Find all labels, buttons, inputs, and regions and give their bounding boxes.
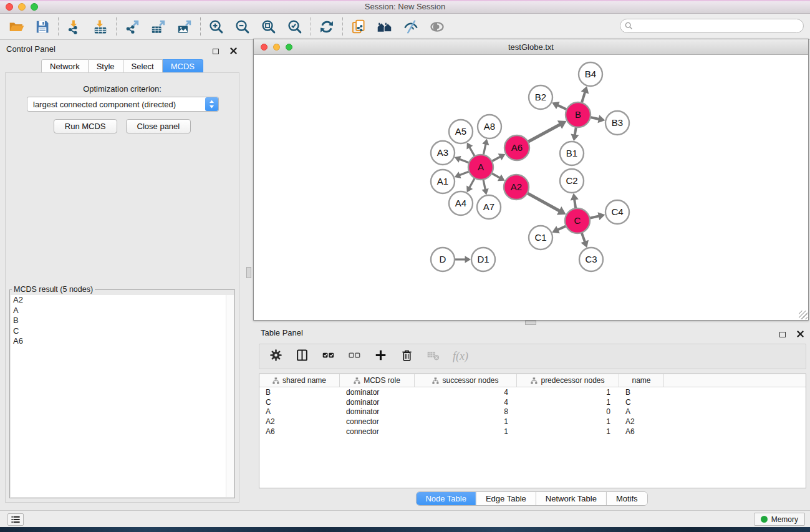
graph-node-A8[interactable]: A8 <box>478 115 501 138</box>
tab-edge-table[interactable]: Edge Table <box>476 492 536 505</box>
export-image-button[interactable] <box>176 18 193 36</box>
network-zoom-button[interactable] <box>286 44 292 51</box>
cell[interactable]: A <box>619 407 664 416</box>
graph-node-B4[interactable]: B4 <box>579 62 602 86</box>
cell[interactable]: 1 <box>517 398 619 407</box>
tab-network[interactable]: Network <box>41 59 89 74</box>
table-row-a[interactable]: Adominator80A <box>259 407 806 417</box>
graph-node-D1[interactable]: D1 <box>471 248 495 271</box>
cell[interactable]: A6 <box>619 427 664 436</box>
float-panel-icon[interactable] <box>213 49 219 54</box>
close-panel-button[interactable]: Close panel <box>126 119 191 133</box>
network-graph[interactable]: B4B2BB3B1A5A8A6A3AA1A2C2A4A7C4CC1C3DD1 <box>254 55 808 320</box>
graph-node-A3[interactable]: A3 <box>431 141 455 165</box>
graph-node-A1[interactable]: A1 <box>431 170 455 193</box>
cell[interactable]: dominator <box>340 398 415 407</box>
cell[interactable]: 4 <box>415 398 517 407</box>
graph-node-B1[interactable]: B1 <box>560 142 584 165</box>
result-item-c[interactable]: C <box>11 326 234 337</box>
column-header-name[interactable]: name <box>619 374 664 387</box>
result-item-a6[interactable]: A6 <box>11 336 234 347</box>
cell[interactable]: 1 <box>415 417 517 426</box>
graph-node-C3[interactable]: C3 <box>579 248 603 271</box>
hide-graphics-details-button[interactable] <box>402 18 420 36</box>
tab-select[interactable]: Select <box>123 59 163 74</box>
cell[interactable]: A <box>259 407 340 416</box>
table-row-b[interactable]: Bdominator41B <box>259 387 806 397</box>
table-row-a2[interactable]: A2connector11A2 <box>259 417 806 427</box>
close-table-panel-icon[interactable] <box>797 329 804 340</box>
show-all-networks-button[interactable] <box>376 18 393 36</box>
save-session-button[interactable] <box>34 18 51 36</box>
criterion-select[interactable]: largest connected component (directed) <box>27 97 219 112</box>
split-table-button[interactable] <box>296 349 309 364</box>
window-resize-grip[interactable] <box>799 311 808 319</box>
cell[interactable]: C <box>259 398 340 407</box>
refresh-view-button[interactable] <box>318 18 335 36</box>
tab-mcds[interactable]: MCDS <box>163 59 203 74</box>
graph-node-A6[interactable]: A6 <box>504 135 529 160</box>
cell[interactable]: connector <box>340 427 415 436</box>
graph-node-A2[interactable]: A2 <box>504 175 529 200</box>
result-item-a2[interactable]: A2 <box>11 295 234 306</box>
graph-node-B3[interactable]: B3 <box>605 111 629 135</box>
cell[interactable]: 1 <box>517 417 619 426</box>
graph-node-A7[interactable]: A7 <box>477 195 501 219</box>
column-header-successor-nodes[interactable]: successor nodes <box>415 374 517 387</box>
graph-node-A[interactable]: A <box>468 155 493 180</box>
column-header-predecessor-nodes[interactable]: predecessor nodes <box>517 374 619 387</box>
cell[interactable]: dominator <box>340 407 415 416</box>
graph-node-B[interactable]: B <box>566 102 591 127</box>
import-table-button[interactable] <box>92 18 109 36</box>
cell[interactable]: C <box>619 398 664 407</box>
float-table-panel-icon[interactable] <box>779 332 786 337</box>
result-item-b[interactable]: B <box>11 316 234 326</box>
export-network-button[interactable] <box>123 18 141 36</box>
delete-column-button[interactable] <box>400 349 413 364</box>
graph-node-A4[interactable]: A4 <box>449 191 473 215</box>
column-header-shared-name[interactable]: shared name <box>259 374 340 387</box>
cell[interactable]: B <box>619 388 664 397</box>
cell[interactable]: dominator <box>340 388 415 397</box>
graph-node-B2[interactable]: B2 <box>529 85 552 109</box>
search-input[interactable] <box>633 22 803 31</box>
column-settings-button[interactable] <box>269 349 282 364</box>
cell[interactable]: 1 <box>517 427 619 436</box>
cell[interactable]: A2 <box>619 417 664 426</box>
zoom-window-button[interactable] <box>31 3 38 11</box>
zoom-selected-button[interactable] <box>286 18 304 36</box>
tab-style[interactable]: Style <box>89 59 123 74</box>
zoom-fit-button[interactable] <box>260 18 277 36</box>
zoom-in-button[interactable] <box>208 18 225 36</box>
cell[interactable]: 0 <box>517 407 619 416</box>
tab-motifs[interactable]: Motifs <box>606 492 647 505</box>
open-session-button[interactable] <box>7 18 25 36</box>
graph-node-C2[interactable]: C2 <box>560 169 584 193</box>
network-minimize-button[interactable] <box>273 44 280 51</box>
close-panel-icon[interactable] <box>230 46 237 57</box>
graph-node-C1[interactable]: C1 <box>529 226 552 249</box>
table-row-a6[interactable]: A6connector11A6 <box>259 427 806 437</box>
graph-node-D[interactable]: D <box>431 248 455 271</box>
cell[interactable]: connector <box>340 417 415 426</box>
memory-button[interactable]: Memory <box>754 513 805 526</box>
close-window-button[interactable] <box>6 3 13 11</box>
add-column-button[interactable] <box>374 349 387 364</box>
select-all-button[interactable] <box>322 349 335 364</box>
cell[interactable]: 4 <box>415 388 517 397</box>
table-row-c[interactable]: Cdominator41C <box>259 397 806 407</box>
network-close-button[interactable] <box>261 44 268 51</box>
result-list-scrollbar[interactable] <box>226 295 234 497</box>
graph-node-C4[interactable]: C4 <box>605 200 629 224</box>
graph-node-A5[interactable]: A5 <box>449 120 473 143</box>
column-header-MCDS-role[interactable]: MCDS role <box>340 374 415 387</box>
import-network-button[interactable] <box>65 18 83 36</box>
minimize-window-button[interactable] <box>18 3 26 11</box>
duplicate-network-button[interactable] <box>350 18 367 36</box>
cell[interactable]: 1 <box>517 388 619 397</box>
function-builder-button[interactable]: f(x) <box>453 350 468 363</box>
cell[interactable]: A6 <box>259 427 340 436</box>
graph-node-C[interactable]: C <box>565 208 590 233</box>
tab-node-table[interactable]: Node Table <box>416 492 476 505</box>
cell[interactable]: 8 <box>415 407 517 416</box>
